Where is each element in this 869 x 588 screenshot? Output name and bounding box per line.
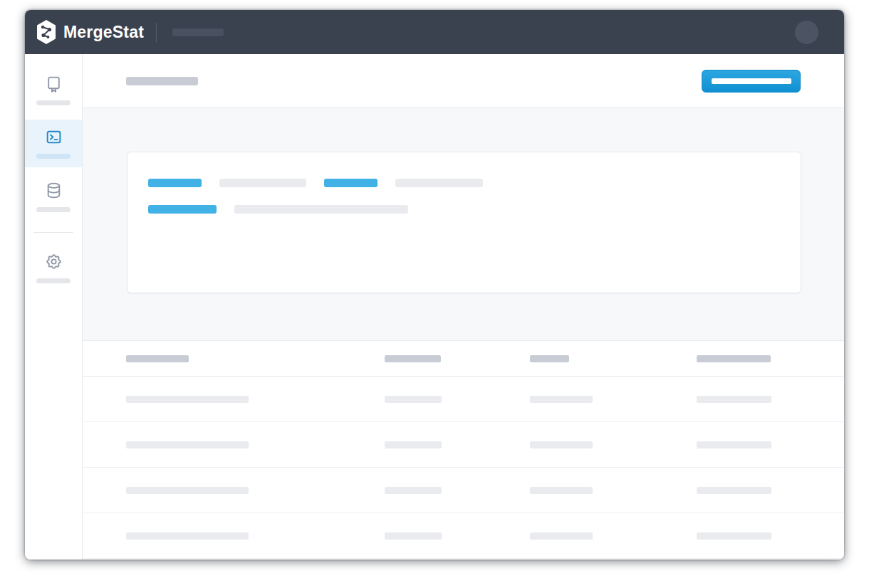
database-icon [45, 182, 63, 199]
table-cell [530, 487, 697, 494]
card-skeleton-row [148, 179, 784, 187]
text-skeleton [395, 179, 483, 187]
header-divider [156, 23, 157, 42]
cell-skeleton [385, 532, 442, 540]
table-cell [385, 396, 530, 403]
table-cell [126, 532, 385, 540]
table-cell [697, 487, 844, 494]
column-header-skeleton [697, 355, 771, 362]
cell-skeleton [530, 441, 593, 448]
cell-skeleton [126, 441, 249, 448]
book-icon [45, 75, 63, 93]
table-cell [126, 487, 385, 494]
table-cell [385, 441, 530, 448]
cell-skeleton [126, 487, 249, 494]
app-window: MergeStat [25, 10, 844, 560]
text-skeleton [219, 179, 306, 187]
cell-skeleton [126, 532, 249, 540]
table-header-row [83, 341, 844, 377]
app-header: MergeStat [25, 10, 844, 54]
text-skeleton [234, 205, 408, 214]
main-content [83, 54, 844, 560]
cell-skeleton [530, 532, 593, 540]
sidebar-label-skeleton [36, 278, 71, 283]
cell-skeleton [385, 396, 442, 403]
cell-skeleton [697, 487, 771, 494]
keyword-skeleton [148, 205, 217, 214]
sidebar-label-skeleton [36, 100, 71, 105]
table-row[interactable] [83, 422, 844, 468]
table-cell [530, 396, 697, 403]
table-cell [697, 441, 844, 448]
page-head [83, 54, 844, 108]
mergestat-logo-icon [36, 19, 57, 45]
terminal-icon [45, 128, 63, 146]
table-row[interactable] [83, 513, 844, 559]
column-header-skeleton [530, 355, 569, 362]
header-nav-skeleton [172, 28, 224, 36]
sidebar-item-settings[interactable] [25, 244, 82, 292]
avatar[interactable] [795, 21, 818, 44]
table-row[interactable] [83, 377, 844, 422]
button-label-skeleton [712, 78, 791, 84]
column-header-cell [530, 355, 697, 362]
cell-skeleton [530, 487, 593, 494]
column-header-cell [385, 355, 530, 362]
cell-skeleton [697, 441, 771, 448]
cell-skeleton [530, 396, 593, 403]
table-body [83, 377, 844, 559]
table-row[interactable] [83, 468, 844, 513]
keyword-skeleton [148, 179, 202, 187]
sidebar-item-data[interactable] [25, 173, 82, 221]
sidebar [25, 54, 83, 560]
sidebar-divider [33, 232, 73, 233]
cell-skeleton [126, 396, 249, 403]
app-body [25, 54, 844, 560]
query-card [127, 152, 801, 293]
table-cell [385, 532, 530, 540]
page-title-skeleton [126, 77, 198, 85]
table-cell [697, 532, 844, 540]
primary-action-button[interactable] [702, 70, 801, 93]
cell-skeleton [697, 396, 771, 403]
table-cell [530, 441, 697, 448]
sidebar-label-skeleton [36, 207, 71, 212]
table-cell [697, 396, 844, 403]
column-header-cell [697, 355, 844, 362]
table-cell [385, 487, 530, 494]
column-header-cell [126, 355, 385, 362]
results-table [83, 341, 844, 560]
cell-skeleton [385, 441, 442, 448]
column-header-skeleton [385, 355, 441, 362]
column-header-skeleton [126, 355, 189, 362]
brand-name: MergeStat [63, 23, 144, 42]
query-panel [83, 108, 844, 341]
table-cell [126, 396, 385, 403]
table-cell [530, 532, 697, 540]
sidebar-item-queries[interactable] [25, 120, 82, 167]
keyword-skeleton [324, 179, 378, 187]
sidebar-label-skeleton [36, 154, 71, 159]
gear-icon [45, 253, 63, 271]
cell-skeleton [697, 532, 771, 540]
sidebar-item-repos[interactable] [25, 66, 82, 114]
table-cell [126, 441, 385, 448]
cell-skeleton [385, 487, 442, 494]
card-skeleton-row [148, 205, 784, 214]
